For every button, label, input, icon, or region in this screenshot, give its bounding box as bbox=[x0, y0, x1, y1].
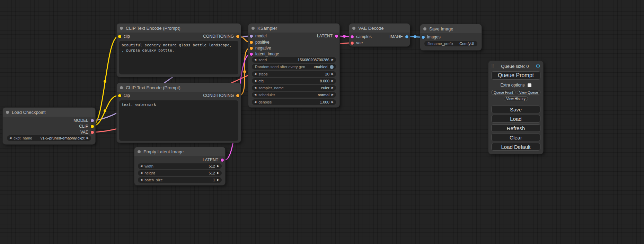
model-output-port[interactable] bbox=[91, 119, 94, 122]
collapse-dot-icon[interactable] bbox=[352, 27, 355, 30]
widget-decrement-icon[interactable]: ◀ bbox=[140, 165, 142, 168]
latent-output-port[interactable] bbox=[221, 159, 224, 162]
output-row-clip: CLIP bbox=[79, 124, 94, 129]
positive-input-port[interactable] bbox=[250, 41, 253, 44]
queue-front-button[interactable]: Queue Front bbox=[491, 90, 515, 95]
widget-increment-icon[interactable]: ▶ bbox=[332, 93, 334, 96]
widget-decrement-icon[interactable]: ◀ bbox=[254, 101, 256, 103]
clip-input-port[interactable] bbox=[118, 94, 121, 97]
widget-increment-icon[interactable]: ▶ bbox=[332, 58, 334, 61]
node-title-bar[interactable]: Empty Latent Image bbox=[134, 147, 225, 156]
widget-increment-icon[interactable]: ▶ bbox=[332, 87, 334, 89]
node-title-bar[interactable]: CLIP Text Encode (Prompt) bbox=[117, 83, 241, 92]
images-input-port[interactable] bbox=[422, 36, 425, 39]
node-save-image[interactable]: Save Image images filename_prefix ComfyU… bbox=[420, 24, 482, 50]
widget-steps[interactable]: ◀ steps 20 ▶ bbox=[252, 71, 336, 77]
clear-button[interactable]: Clear bbox=[491, 134, 540, 141]
view-history-button[interactable]: View History bbox=[504, 96, 528, 101]
vae-output-port[interactable] bbox=[91, 131, 94, 134]
collapse-dot-icon[interactable] bbox=[252, 27, 255, 30]
widget-decrement-icon[interactable]: ◀ bbox=[254, 73, 256, 75]
widget-scheduler[interactable]: ◀ scheduler normal ▶ bbox=[252, 92, 336, 98]
negative-prompt-textarea[interactable]: text, watermark bbox=[119, 100, 238, 141]
input-label: model bbox=[255, 34, 267, 38]
toggle-knob-icon[interactable] bbox=[330, 65, 334, 69]
vae-input-port[interactable] bbox=[351, 42, 354, 45]
widget-decrement-icon[interactable]: ◀ bbox=[254, 93, 256, 96]
widget-seed[interactable]: ◀ seed 156680208700286 ▶ bbox=[252, 57, 336, 63]
link-midpoint-dot bbox=[104, 109, 106, 112]
node-empty-latent-image[interactable]: Empty Latent Image LATENT ◀ width 512 ▶ … bbox=[134, 147, 225, 185]
collapse-dot-icon[interactable] bbox=[120, 27, 123, 30]
conditioning-output-port[interactable] bbox=[236, 94, 239, 97]
widget-sampler-name[interactable]: ◀ sampler_name euler ▶ bbox=[252, 85, 336, 91]
negative-input-port[interactable] bbox=[250, 47, 253, 50]
view-queue-button[interactable]: View Queue bbox=[517, 90, 540, 95]
node-title-bar[interactable]: CLIP Text Encode (Prompt) bbox=[117, 24, 241, 33]
queue-prompt-button[interactable]: Queue Prompt bbox=[491, 71, 540, 80]
node-title-bar[interactable]: VAE Decode bbox=[349, 24, 410, 33]
model-input-port[interactable] bbox=[250, 35, 253, 38]
latent-output-port[interactable] bbox=[335, 35, 338, 38]
widget-width[interactable]: ◀ width 512 ▶ bbox=[138, 163, 222, 169]
widget-decrement-icon[interactable]: ◀ bbox=[9, 137, 11, 139]
widget-increment-icon[interactable]: ▶ bbox=[217, 179, 219, 181]
widget-height[interactable]: ◀ height 512 ▶ bbox=[138, 170, 222, 176]
input-row-negative: negative bbox=[250, 46, 271, 51]
node-title-bar[interactable]: Load Checkpoint bbox=[3, 108, 95, 117]
queue-size-label: Queue size: 0 bbox=[494, 64, 536, 69]
latent-image-input-port[interactable] bbox=[250, 53, 253, 56]
io-row: clip CONDITIONING bbox=[118, 93, 239, 98]
image-output-port[interactable] bbox=[405, 35, 408, 38]
output-label: LATENT bbox=[317, 34, 333, 38]
queue-panel-header: ⣿ Queue size: 0 ⚙ bbox=[491, 63, 540, 70]
widget-increment-icon[interactable]: ▶ bbox=[217, 172, 219, 174]
node-title-bar[interactable]: Save Image bbox=[420, 24, 482, 33]
load-default-button[interactable]: Load Default bbox=[491, 143, 540, 151]
widget-denoise[interactable]: ◀ denoise 1.000 ▶ bbox=[252, 99, 336, 105]
widget-increment-icon[interactable]: ▶ bbox=[332, 73, 334, 75]
node-ksampler[interactable]: KSampler model LATENT positive negative … bbox=[248, 24, 339, 107]
extra-options-row: Extra options bbox=[491, 82, 540, 88]
collapse-dot-icon[interactable] bbox=[6, 111, 9, 114]
widget-batch-size[interactable]: ◀ batch_size 1 ▶ bbox=[138, 177, 222, 183]
conditioning-output-port[interactable] bbox=[236, 35, 239, 38]
settings-gear-icon[interactable]: ⚙ bbox=[536, 63, 540, 69]
widget-random-seed-toggle[interactable]: Random seed after every gen enabled bbox=[252, 64, 336, 70]
queue-panel: ⣿ Queue size: 0 ⚙ Queue Prompt Extra opt… bbox=[488, 61, 543, 154]
widget-filename-prefix[interactable]: filename_prefix ComfyUI bbox=[424, 41, 477, 46]
node-title-bar[interactable]: KSampler bbox=[248, 24, 339, 33]
refresh-button[interactable]: Refresh bbox=[491, 124, 540, 132]
save-button[interactable]: Save bbox=[491, 106, 540, 113]
collapse-dot-icon[interactable] bbox=[423, 27, 426, 30]
widget-decrement-icon[interactable]: ◀ bbox=[140, 172, 142, 174]
output-label: LATENT bbox=[203, 157, 218, 162]
samples-input-port[interactable] bbox=[351, 35, 354, 38]
widget-increment-icon[interactable]: ▶ bbox=[332, 80, 334, 82]
node-clip-text-encode-positive[interactable]: CLIP Text Encode (Prompt) clip CONDITION… bbox=[117, 24, 241, 77]
extra-options-checkbox[interactable] bbox=[528, 83, 531, 87]
input-label: latent_image bbox=[255, 52, 279, 56]
node-load-checkpoint[interactable]: Load Checkpoint MODEL CLIP VAE ◀ ckpt_na… bbox=[3, 108, 95, 144]
node-vae-decode[interactable]: VAE Decode samples IMAGE vae bbox=[349, 24, 410, 46]
collapse-dot-icon[interactable] bbox=[120, 86, 123, 89]
widget-decrement-icon[interactable]: ◀ bbox=[254, 87, 256, 89]
queue-mini-buttons: Queue Front View Queue bbox=[491, 90, 540, 95]
widget-ckpt-name[interactable]: ◀ ckpt_name v1-5-pruned-emaonly.ckpt ▶ bbox=[7, 135, 91, 141]
widget-decrement-icon[interactable]: ◀ bbox=[140, 179, 142, 181]
node-clip-text-encode-negative[interactable]: CLIP Text Encode (Prompt) clip CONDITION… bbox=[117, 83, 241, 143]
collapse-dot-icon[interactable] bbox=[138, 150, 141, 153]
input-row-images: images bbox=[422, 35, 441, 39]
input-label: images bbox=[427, 35, 441, 39]
drag-handle-icon[interactable]: ⣿ bbox=[491, 64, 494, 69]
load-button[interactable]: Load bbox=[491, 115, 540, 123]
widget-increment-icon[interactable]: ▶ bbox=[332, 101, 334, 103]
widget-increment-icon[interactable]: ▶ bbox=[87, 137, 89, 139]
widget-decrement-icon[interactable]: ◀ bbox=[254, 80, 256, 82]
clip-input-port[interactable] bbox=[118, 35, 121, 38]
positive-prompt-textarea[interactable]: beautiful scenery nature glass bottle la… bbox=[119, 41, 238, 74]
widget-decrement-icon[interactable]: ◀ bbox=[254, 58, 256, 61]
clip-output-port[interactable] bbox=[91, 125, 94, 128]
widget-cfg[interactable]: ◀ cfg 8.000 ▶ bbox=[252, 78, 336, 84]
widget-increment-icon[interactable]: ▶ bbox=[217, 165, 219, 168]
